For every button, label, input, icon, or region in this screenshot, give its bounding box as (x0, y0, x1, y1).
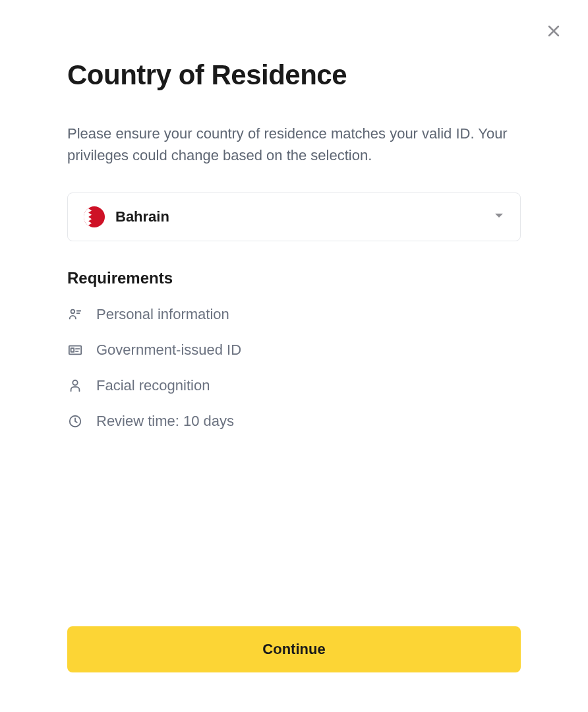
requirement-item: Facial recognition (67, 377, 521, 394)
requirement-item: Review time: 10 days (67, 413, 521, 430)
requirement-label: Facial recognition (96, 377, 210, 394)
flag-bahrain-icon (84, 206, 105, 227)
svg-point-2 (71, 310, 75, 314)
page-title: Country of Residence (67, 59, 521, 91)
requirement-item: Government-issued ID (67, 341, 521, 359)
requirement-item: Personal information (67, 306, 521, 323)
requirement-label: Government-issued ID (96, 341, 241, 359)
country-select[interactable]: Bahrain (67, 193, 521, 241)
face-icon (67, 378, 83, 394)
clock-icon (67, 413, 83, 429)
requirement-label: Review time: 10 days (96, 413, 234, 430)
requirements-list: Personal information Government-issued I… (67, 306, 521, 430)
id-card-icon (67, 342, 83, 358)
country-selected-label: Bahrain (115, 208, 494, 225)
svg-rect-6 (71, 348, 74, 352)
page-description: Please ensure your country of residence … (67, 123, 521, 166)
close-icon (546, 23, 562, 41)
requirements-heading: Requirements (67, 269, 521, 287)
requirement-label: Personal information (96, 306, 229, 323)
close-button[interactable] (543, 21, 564, 42)
continue-button[interactable]: Continue (67, 626, 521, 672)
svg-point-9 (73, 380, 77, 385)
chevron-down-icon (494, 210, 504, 223)
person-info-icon (67, 307, 83, 322)
